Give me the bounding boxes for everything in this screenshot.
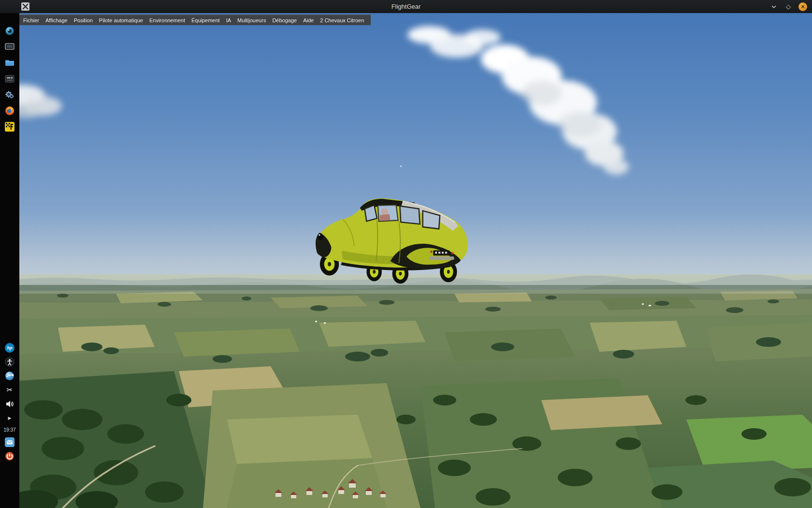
menu-item-position[interactable]: Position [74, 17, 93, 23]
close-button[interactable]: × [798, 2, 807, 11]
web-browser-icon[interactable] [4, 371, 15, 381]
hp-icon[interactable]: hp [4, 343, 15, 353]
menu-item-debogage[interactable]: Débogage [272, 17, 297, 23]
menu-item-affichage[interactable]: Affichage [45, 17, 68, 23]
blue-lens-icon[interactable] [4, 26, 15, 36]
menu-item-aide[interactable]: Aide [303, 17, 314, 23]
window-title: FlightGear [0, 3, 812, 10]
system-gears-icon[interactable] [4, 90, 15, 100]
flightgear-launcher-icon[interactable] [4, 121, 15, 132]
terrain [19, 274, 812, 508]
expand-arrow-icon[interactable]: ▶ [4, 413, 15, 423]
sun-glint [400, 165, 402, 167]
menu-item-pilote-automatique[interactable]: Pilote automatique [99, 17, 143, 23]
menu-item-2-chevaux-citroen[interactable]: 2 Chevaux Citroen [320, 17, 364, 23]
citroen-2cv [313, 197, 475, 293]
car-roof-rear [401, 201, 458, 231]
car-roof-front [360, 199, 415, 211]
clouds [19, 13, 812, 508]
menu-item-environnement[interactable]: Environnement [149, 17, 185, 23]
file-manager-icon[interactable] [4, 58, 15, 68]
menu-item-ia[interactable]: IA [226, 17, 231, 23]
menu-item-fichier[interactable]: Fichier [23, 17, 39, 23]
power-icon[interactable] [4, 451, 15, 462]
menu-item-multijoueurs[interactable]: Multijoueurs [237, 17, 266, 23]
license-plate [433, 250, 449, 255]
chevron-down-icon [771, 5, 777, 9]
panel-settings-icon[interactable] [4, 74, 15, 84]
firefox-icon[interactable] [4, 105, 15, 116]
taskbar: hp ✂ ▶ 19:37 [0, 13, 19, 508]
driver-torso [380, 214, 391, 221]
menu-item-equipement[interactable]: Équipement [191, 17, 220, 23]
driver-head [381, 209, 388, 215]
hp-label: hp [5, 343, 14, 353]
volume-icon[interactable] [4, 399, 15, 409]
minimize-button[interactable] [769, 2, 778, 11]
desktop: FlightGear ◇ × [0, 0, 812, 508]
mail-icon[interactable] [4, 437, 15, 448]
taskbar-top-group [4, 26, 15, 132]
display-icon[interactable] [4, 42, 15, 52]
wheels [320, 253, 457, 284]
accessibility-icon[interactable] [4, 357, 15, 367]
taskbar-clock: 19:37 [3, 427, 15, 433]
window-controls: ◇ × [769, 0, 807, 13]
window-titlebar: FlightGear ◇ × [0, 0, 812, 13]
car-body [316, 198, 468, 268]
scissors-icon[interactable]: ✂ [4, 385, 15, 395]
menubar: Fichier Affichage Position Pilote automa… [19, 15, 371, 25]
village [275, 479, 387, 498]
car-windows [364, 205, 440, 229]
taskbar-bottom-group: hp ✂ ▶ 19:37 [3, 343, 15, 462]
maximize-button[interactable]: ◇ [784, 2, 793, 11]
flightgear-viewport[interactable]: Fichier Affichage Position Pilote automa… [19, 13, 812, 508]
